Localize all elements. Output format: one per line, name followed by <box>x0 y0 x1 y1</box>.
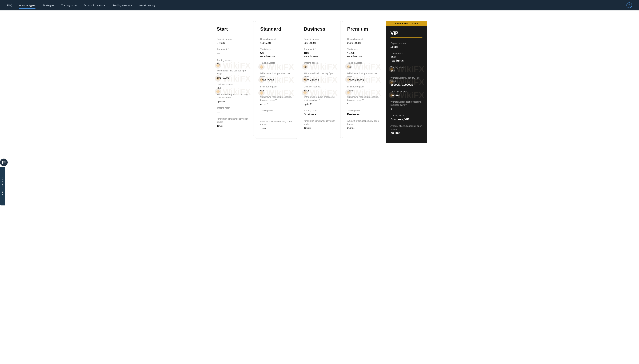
deposit-label-business: Deposit amount <box>304 38 336 41</box>
withdrawal-label-start: Withdrawal limit, per day / per week <box>217 69 249 76</box>
field-limit-standard: Limit per request 50$ <box>260 85 292 92</box>
limit-value-premium: 250$ <box>347 89 379 92</box>
navigation: FAQ Account types Strategies Trading roo… <box>0 0 639 10</box>
assets-value-premium: 108 <box>347 65 379 68</box>
room-value-start: — <box>217 110 249 114</box>
processing-label-vip: Withdrawal request processing, business … <box>390 100 422 106</box>
chat-bubble-button[interactable] <box>0 158 8 166</box>
assets-label-standard: Trading assets <box>260 61 292 64</box>
card-title-premium: Premium <box>347 26 379 32</box>
have-question-button[interactable]: Have a question? <box>0 167 5 205</box>
deposit-label-start: Deposit amount <box>217 38 249 41</box>
deposit-value-premium: 2000-5000$ <box>347 41 379 44</box>
title-underline-vip <box>390 37 422 38</box>
tradeback-label-start: Tradeback * <box>217 48 249 51</box>
tradeback-value-business: 10% <box>304 52 336 55</box>
sidebar: Have a question? <box>0 158 8 205</box>
field-tradeback-premium: Tradeback *12.5%as a bonus <box>347 48 379 58</box>
tradeback-sub-business: as a bonus <box>304 55 336 58</box>
field-room-business: Trading roomBusiness <box>304 109 336 116</box>
field-deposit-vip: Deposit amount 5000$ <box>390 42 422 49</box>
card-title-standard: Standard <box>260 26 292 32</box>
deposit-label-vip: Deposit amount <box>390 42 422 45</box>
open-trades-value-standard: 250$ <box>260 127 292 130</box>
withdrawal-value-vip: 15000$ / 100000$ <box>390 83 422 86</box>
withdrawal-value-business: 500$ / 2000$ <box>304 79 336 82</box>
withdrawal-label-premium: Withdrawal limit, per day / per week <box>347 72 379 78</box>
field-processing-vip: Withdrawal request processing, business … <box>390 100 422 110</box>
nav-asset-catalog[interactable]: Asset catalog <box>139 3 155 8</box>
field-room-premium: Trading roomBusiness <box>347 109 379 116</box>
card-standard: 🔶WikiFX🔶WikiFX🔶WikiFXStandard Deposit am… <box>255 21 297 139</box>
nav-account-types[interactable]: Account types <box>19 3 36 8</box>
withdrawal-value-premium: 1500$ / 4000$ <box>347 79 379 82</box>
field-open-trades-premium: Amount of simultaneously open trades 250… <box>347 120 379 129</box>
field-withdrawal-vip: Withdrawal limit, per day / per week 150… <box>390 76 422 86</box>
processing-value-business: up to 2 <box>304 102 336 106</box>
assets-value-vip: 116 <box>390 70 422 73</box>
nav-strategies[interactable]: Strategies <box>43 3 54 8</box>
room-value-premium: Business <box>347 113 379 116</box>
open-trades-value-start: 100$ <box>217 124 249 127</box>
tradeback-value-standard: 5% <box>260 52 292 55</box>
nav-trading-room[interactable]: Trading room <box>61 3 77 8</box>
field-deposit-start: Deposit amount 0-100$ <box>217 38 249 44</box>
field-limit-premium: Limit per request 250$ <box>347 85 379 92</box>
room-label-vip: Trading room <box>390 114 422 117</box>
assets-value-start: 63 <box>217 63 249 66</box>
processing-value-premium: 1 <box>347 102 379 106</box>
field-open-trades-business: Amount of simultaneously open trades 100… <box>304 120 336 129</box>
limit-value-vip: no limit <box>390 94 422 97</box>
open-trades-label-standard: Amount of simultaneously open trades <box>260 120 292 126</box>
title-underline-business <box>304 33 336 34</box>
help-icon[interactable]: ? <box>626 2 632 8</box>
room-label-start: Trading room <box>217 106 249 110</box>
open-trades-label-start: Amount of simultaneously open trades <box>217 117 249 124</box>
deposit-value-standard: 100-500$ <box>260 41 292 44</box>
field-room-start: Trading room— <box>217 106 249 114</box>
tradeback-value-premium: 12.5% <box>347 52 379 55</box>
tradeback-label-vip: Tradeback * <box>390 52 422 55</box>
deposit-label-standard: Deposit amount <box>260 38 292 41</box>
withdrawal-value-standard: 200$ / 500$ <box>260 79 292 82</box>
field-room-standard: Trading room— <box>260 109 292 116</box>
card-vip: 🔶WikiFX🔶WikiFX🔶WikiFXBEST CONDITIONSVIP … <box>386 21 427 143</box>
limit-label-standard: Limit per request <box>260 85 292 88</box>
field-deposit-business: Deposit amount 500-2000$ <box>304 38 336 44</box>
nav-trading-sessions[interactable]: Trading sessions <box>113 3 132 8</box>
withdrawal-label-vip: Withdrawal limit, per day / per week <box>390 76 422 82</box>
room-value-standard: — <box>260 113 292 116</box>
open-trades-label-business: Amount of simultaneously open trades <box>304 120 336 126</box>
processing-label-premium: Withdrawal request processing, business … <box>347 96 379 102</box>
tradeback-label-standard: Tradeback * <box>260 48 292 51</box>
room-label-standard: Trading room <box>260 109 292 112</box>
card-title-start: Start <box>217 26 249 32</box>
processing-value-vip: 1 <box>390 108 422 110</box>
nav-economic-calendar[interactable]: Economic calendar <box>84 3 106 8</box>
assets-label-start: Trading assets <box>217 59 249 62</box>
limit-value-business: 100$ <box>304 89 336 92</box>
room-value-vip: Business, VIP <box>390 118 422 121</box>
deposit-value-business: 500-2000$ <box>304 41 336 44</box>
field-open-trades-start: Amount of simultaneously open trades 100… <box>217 117 249 127</box>
field-tradeback-vip: Tradeback *15%real funds <box>390 52 422 62</box>
processing-value-standard: up to 3 <box>260 102 292 106</box>
field-assets-start: Trading assets 63 <box>217 59 249 66</box>
tradeback-sub-standard: as a bonus <box>260 55 292 58</box>
card-title-business: Business <box>304 26 336 32</box>
field-processing-business: Withdrawal request processing, business … <box>304 96 336 105</box>
field-tradeback-standard: Tradeback *5%as a bonus <box>260 48 292 58</box>
limit-value-start: 25$ <box>217 86 249 89</box>
assets-value-standard: 72 <box>260 65 292 68</box>
tradeback-value-start: — <box>217 52 249 55</box>
field-open-trades-vip: Amount of simultaneously open trades no … <box>390 124 422 134</box>
card-business: 🔶WikiFX🔶WikiFX🔶WikiFXBusiness Deposit am… <box>299 21 341 138</box>
processing-label-standard: Withdrawal request processing, business … <box>260 96 292 102</box>
room-label-premium: Trading room <box>347 109 379 112</box>
nav-faq[interactable]: FAQ <box>7 3 12 8</box>
field-assets-standard: Trading assets 72 <box>260 61 292 68</box>
limit-label-vip: Limit per request <box>390 90 422 93</box>
main-content: 🔶WikiFX🔶WikiFX🔶WikiFXStart Deposit amoun… <box>198 10 441 154</box>
field-limit-vip: Limit per request no limit <box>390 90 422 97</box>
open-trades-value-business: 1000$ <box>304 126 336 129</box>
